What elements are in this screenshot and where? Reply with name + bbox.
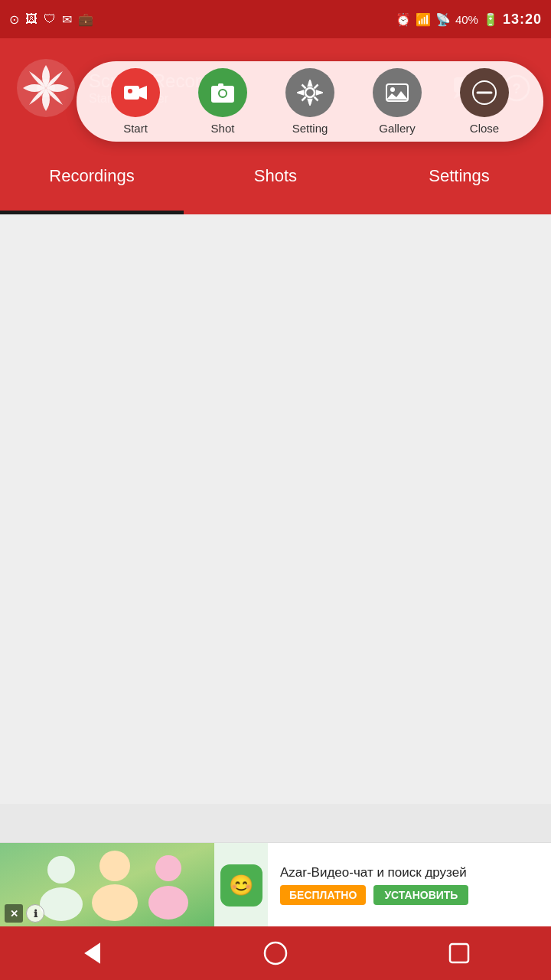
status-right-icons: ⏰ 📶 📡 40% 🔋 13:20 <box>396 11 542 28</box>
toolbar-gallery-button[interactable]: Gallery <box>373 68 422 135</box>
svg-marker-33 <box>86 944 99 962</box>
ad-close-button[interactable]: ✕ <box>5 904 23 923</box>
image-icon: 🖼 <box>25 12 37 26</box>
svg-rect-35 <box>450 944 468 962</box>
toolbar-close-button[interactable]: Close <box>460 68 509 135</box>
toolbar-shot-button[interactable]: Shot <box>198 68 247 135</box>
nav-bar <box>0 926 551 980</box>
close-icon-circle <box>460 68 509 117</box>
start-label: Start <box>123 122 148 135</box>
svg-line-20 <box>315 85 318 89</box>
ad-info-button[interactable]: ℹ <box>26 904 44 923</box>
svg-point-34 <box>265 942 286 964</box>
svg-point-8 <box>128 89 132 93</box>
mail-icon: ✉ <box>62 12 72 27</box>
battery-icon: 🔋 <box>483 12 498 27</box>
svg-point-30 <box>92 884 138 921</box>
alarm-icon: ⏰ <box>396 12 411 27</box>
tab-shots-label: Shots <box>254 166 297 186</box>
ad-install-button[interactable]: УСТАНОВИТЬ <box>373 885 468 905</box>
shot-icon-circle <box>198 68 247 117</box>
tab-shots[interactable]: Shots <box>184 138 367 214</box>
start-icon-circle <box>111 68 160 117</box>
nav-home-button[interactable] <box>245 934 306 972</box>
svg-point-1 <box>37 79 55 97</box>
status-left-icons: ⊙ 🖼 🛡 ✉ 💼 <box>9 12 93 27</box>
svg-line-19 <box>315 97 318 101</box>
shot-label: Shot <box>211 122 235 135</box>
tabs-bar: Recordings Shots Settings <box>0 138 551 214</box>
ad-image: ✕ ℹ <box>0 843 214 926</box>
ad-content: Azar-Видео-чат и поиск друзей БЕСПЛАТНО … <box>268 843 551 926</box>
floating-toolbar: Start Shot <box>77 61 543 142</box>
tab-recordings-label: Recordings <box>49 166 134 186</box>
setting-label: Setting <box>292 122 328 135</box>
svg-point-28 <box>40 887 83 921</box>
svg-point-32 <box>148 886 188 920</box>
ad-app-name: Azar-Видео-чат и поиск друзей <box>280 865 539 880</box>
tab-settings-label: Settings <box>429 166 490 186</box>
svg-line-21 <box>302 97 306 101</box>
content-area <box>0 214 551 804</box>
svg-rect-12 <box>218 83 223 87</box>
tab-active-indicator <box>0 211 184 214</box>
status-time: 13:20 <box>503 11 542 28</box>
bag-icon: 💼 <box>78 12 93 27</box>
shield-icon: 🛡 <box>44 12 56 26</box>
svg-point-31 <box>155 855 181 881</box>
ad-buttons: БЕСПЛАТНО УСТАНОВИТЬ <box>280 885 539 905</box>
wifi-icon: 📶 <box>416 12 431 27</box>
ad-app-logo: 😊 <box>220 864 262 906</box>
svg-point-27 <box>47 856 75 884</box>
app-logo <box>15 57 77 119</box>
tab-recordings[interactable]: Recordings <box>0 138 184 214</box>
close-label: Close <box>470 122 499 135</box>
signal-icon: 📡 <box>435 12 451 27</box>
svg-point-29 <box>99 851 130 881</box>
battery-text: 40% <box>455 13 478 26</box>
gallery-icon-circle <box>373 68 422 117</box>
ad-free-label: БЕСПЛАТНО <box>280 885 366 905</box>
svg-point-13 <box>305 88 315 97</box>
ad-banner: ✕ ℹ 😊 Azar-Видео-чат и поиск друзей БЕСП… <box>0 842 551 926</box>
nav-back-button[interactable] <box>61 934 122 972</box>
ad-logo-area: 😊 <box>214 843 268 926</box>
gallery-label: Gallery <box>379 122 416 135</box>
toolbar-start-button[interactable]: Start <box>111 68 160 135</box>
location-icon: ⊙ <box>9 12 19 27</box>
svg-marker-7 <box>139 86 147 100</box>
status-bar: ⊙ 🖼 🛡 ✉ 💼 ⏰ 📶 📡 40% 🔋 13:20 <box>0 0 551 38</box>
tab-settings[interactable]: Settings <box>367 138 551 214</box>
svg-line-18 <box>302 85 306 89</box>
setting-icon-circle <box>285 68 334 117</box>
svg-point-11 <box>220 90 226 96</box>
nav-recents-button[interactable] <box>429 934 490 972</box>
toolbar-setting-button[interactable]: Setting <box>285 68 334 135</box>
svg-point-23 <box>390 87 395 92</box>
